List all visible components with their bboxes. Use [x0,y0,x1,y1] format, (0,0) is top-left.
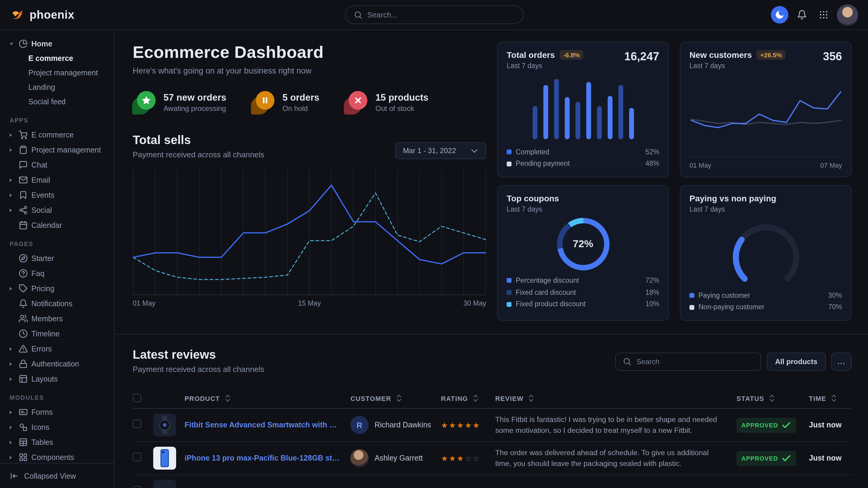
sidebar-item-label: Calendar [31,221,62,229]
form-icon [19,408,28,417]
status-label: APPROVED [741,455,778,461]
row-checkbox[interactable] [133,420,141,428]
all-products-button[interactable]: All products [767,353,826,371]
sidebar-item-email[interactable]: Email [6,172,109,188]
row-checkbox[interactable] [133,486,141,488]
sidebar-item-errors[interactable]: Errors [6,341,109,356]
sidebar-item-timeline[interactable]: Timeline [6,326,109,341]
total-orders-legend: Completed52%Pending payment48% [507,147,659,169]
global-search[interactable] [345,5,523,24]
legend-chip [507,161,512,166]
customer-name: Ashley Garrett [375,454,423,462]
notifications-button[interactable] [793,6,810,23]
reviews-search-input[interactable] [637,357,754,366]
column-header-rating[interactable]: RATING [441,393,495,403]
column-header-customer[interactable]: CUSTOMER [350,393,441,403]
sidebar-item-e-commerce[interactable]: E commerce [6,127,109,142]
sidebar-item-layouts[interactable]: Layouts [6,371,109,386]
new-customers-value: 356 [823,50,842,63]
sidebar-item-icons[interactable]: Icons [6,420,109,435]
chat-icon [19,160,28,169]
sidebar-item-label: Email [31,176,50,184]
sidebar-item-project-management[interactable]: Project management [6,142,109,157]
date-range-select[interactable]: Mar 1 - 31, 2022 [395,142,486,159]
search-icon [622,357,631,366]
legend-value: 18% [645,287,659,297]
sidebar-item-social-feed[interactable]: Social feed [6,95,109,109]
sidebar-item-label: Icons [31,423,50,431]
sidebar-item-notifications[interactable]: Notifications [6,296,109,311]
sidebar-item-home[interactable]: Home [6,36,109,51]
chevron-down-icon [469,145,479,156]
page-title: Ecommerce Dashboard [133,43,486,62]
theme-toggle-button[interactable] [771,6,788,24]
status-label: APPROVED [741,422,778,428]
column-header-product[interactable]: PRODUCT [185,393,350,403]
total-sells-chart: 01 May 15 May 30 May [133,168,486,307]
delta-badge: -6.8% [560,50,584,60]
stat-item: 57 new ordersAwating processing [133,91,226,114]
sidebar-item-chat[interactable]: Chat [6,157,109,172]
sidebar-item-calendar[interactable]: Calendar [6,218,109,233]
date-range-value: Mar 1 - 31, 2022 [403,147,456,155]
user-avatar[interactable] [837,4,858,26]
customer-avatar[interactable]: R [350,416,369,434]
sidebar-item-social[interactable]: Social [6,202,109,218]
check-icon [781,453,792,463]
shapes-icon [19,423,28,432]
chevron-down-icon [10,42,15,45]
sidebar-item-pricing[interactable]: Pricing [6,281,109,296]
sort-icon [767,393,777,403]
apps-grid-button[interactable] [815,6,832,23]
sidebar-item-label: E commerce [31,131,73,139]
product-link[interactable]: Fitbit Sense Advanced Smartwatch with To… [185,421,350,429]
review-time: Just now [809,421,852,429]
sidebar-item-forms[interactable]: Forms [6,404,109,420]
column-header-review[interactable]: REVIEW [495,393,737,403]
sidebar-item-landing[interactable]: Landing [6,80,109,95]
sidebar-item-components[interactable]: Components [6,450,109,463]
reviews-search[interactable] [615,353,761,371]
sidebar-item-e-commerce[interactable]: E commerce [6,51,109,66]
stat-item: 15 productsOut of stock [345,91,429,114]
column-header-time[interactable]: TIME [809,393,852,403]
sidebar-item-label: Home [31,39,52,48]
sidebar-item-tables[interactable]: Tables [6,435,109,450]
global-search-input[interactable] [367,10,515,19]
product-thumbnail[interactable] [153,447,176,469]
stat-caption: Awating processing [163,104,226,113]
legend-row: Fixed card discount18% [507,287,659,297]
rating-stars: ★★★☆☆ [441,453,495,464]
product-thumbnail[interactable] [153,480,176,488]
card-header: Paying vs non paying Last 7 days [689,194,842,213]
sidebar-item-label: Pricing [31,284,54,293]
legend-row: Paying customer30% [689,290,842,300]
column-header-status[interactable]: STATUS [737,393,809,403]
card-period: Last 7 days [689,205,776,213]
legend-value: 48% [645,159,659,169]
select-all-checkbox[interactable] [133,393,141,402]
customer-avatar[interactable] [350,449,369,467]
sidebar-item-members[interactable]: Members [6,311,109,326]
sidebar-item-project-management[interactable]: Project management [6,66,109,80]
top-coupons-legend: Percentage discount72%Fixed card discoun… [507,275,659,309]
pie-chart-icon [19,39,28,48]
sidebar-item-starter[interactable]: Starter [6,251,109,266]
sidebar-item-label: Notifications [31,299,72,308]
row-checkbox[interactable] [133,453,141,461]
legend-value: 52% [645,147,659,157]
collapsed-view-button[interactable]: Collapsed View [0,463,114,488]
brand[interactable]: phoenix [10,7,74,22]
sidebar-item-authentication[interactable]: Authentication [6,356,109,371]
caret-right-icon [10,178,15,182]
reviews-header: Latest reviews Payment received across a… [133,348,852,374]
table-row: iPhone 13 pro max-Pacific Blue-128GB sto… [133,442,852,475]
more-options-button[interactable]: ... [831,353,852,371]
filled-stars: ★★★★★ [441,421,481,430]
sidebar-item-faq[interactable]: Faq [6,266,109,281]
product-thumbnail[interactable] [153,414,176,436]
sidebar-item-events[interactable]: Events [6,188,109,202]
delta-badge: +26.5% [757,50,786,60]
total-orders-bar-chart [532,76,634,141]
product-link[interactable]: iPhone 13 pro max-Pacific Blue-128GB sto… [185,454,350,462]
